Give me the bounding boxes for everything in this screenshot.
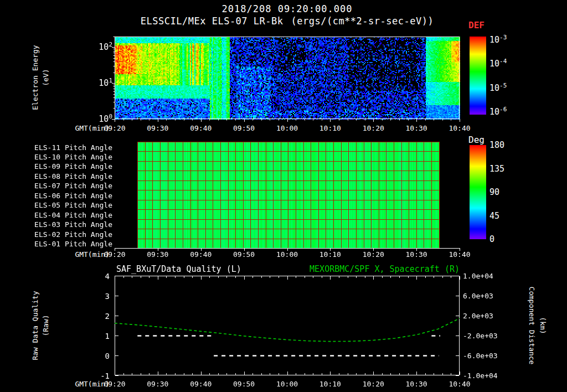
x-tick-3-09:30: 09:30	[140, 379, 176, 389]
left-series-title: SAF_BXuT/Data Quality (L)	[116, 264, 241, 274]
x-tick-3-10:20: 10:20	[355, 379, 391, 389]
quality-tick-1: 1	[93, 331, 110, 341]
row-label-els-1: ELS-01 Pitch Angle	[31, 239, 112, 249]
deg-tick-90: 90	[489, 187, 514, 197]
x-tick-1-09:40: 09:40	[183, 123, 219, 133]
x-tick-2-10:30: 10:30	[399, 250, 434, 260]
power-exponent: 0	[109, 113, 112, 120]
power-base: 10	[489, 59, 499, 69]
spectrogram-ylabel-units: (eV)	[42, 69, 50, 86]
lineplot-left-ylabel-units: (Raw)	[42, 314, 50, 336]
x-tick-2-09:50: 09:50	[226, 250, 262, 260]
x-tick-2-10:00: 10:00	[270, 250, 305, 260]
energy-tick-0: 100	[87, 114, 112, 125]
power-exponent: -5	[499, 82, 507, 89]
distance-tick-4: -6.0e+03	[463, 351, 504, 361]
quality-tick-3: 3	[93, 291, 110, 301]
distance-tick-3: -2.0e+03	[463, 331, 504, 341]
x-tick-1-10:20: 10:20	[355, 123, 391, 133]
power-exponent: 2	[109, 41, 112, 48]
power-exponent: -6	[499, 106, 507, 113]
line-plot-canvas	[110, 271, 464, 380]
plot-page: 2018/208 09:20:00.000 ELSSCIL/MEx ELS-07…	[0, 0, 567, 392]
row-label-els-5: ELS-05 Pitch Angle	[31, 200, 112, 210]
row-label-els-4: ELS-04 Pitch Angle	[31, 210, 112, 220]
x-tick-1-09:30: 09:30	[140, 123, 176, 133]
deg-tick-135: 135	[489, 164, 514, 174]
x-tick-1-09:50: 09:50	[226, 123, 262, 133]
plot-title-instrument: ELSSCIL/MEx ELS-07 LR-Bk	[141, 16, 284, 27]
row-label-els-9: ELS-09 Pitch Angle	[31, 162, 112, 172]
x-tick-1-10:00: 10:00	[270, 123, 305, 133]
quality-tick--1: -1	[93, 371, 110, 381]
x-tick-2-09:20: 09:20	[97, 250, 132, 260]
row-label-els-8: ELS-08 Pitch Angle	[31, 172, 112, 182]
x-tick-2-10:20: 10:20	[355, 250, 391, 260]
distance-tick-0: 1.0e+04	[463, 271, 504, 281]
def-tick--3: 10-3	[489, 35, 520, 46]
deg-tick-0: 0	[489, 234, 514, 244]
x-tick-3-10:10: 10:10	[312, 379, 348, 389]
x-tick-1-10:30: 10:30	[399, 123, 434, 133]
x-tick-3-09:40: 09:40	[183, 379, 219, 389]
x-tick-2-10:10: 10:10	[312, 250, 348, 260]
power-base: 10	[99, 42, 109, 52]
distance-tick-5: -1.0e+04	[463, 371, 504, 381]
row-label-els-2: ELS-02 Pitch Angle	[31, 230, 112, 240]
deg-tick-45: 45	[489, 211, 514, 221]
energy-tick-1: 101	[87, 78, 112, 89]
page-title-datetime: 2018/208 09:20:00.000	[115, 3, 460, 14]
power-exponent: -4	[499, 58, 507, 65]
power-exponent: -3	[499, 34, 507, 41]
x-tick-3-10:00: 10:00	[270, 379, 305, 389]
right-series-title: MEXORBMC/SPF X, Spacecraft (R)	[260, 264, 460, 274]
x-tick-2-09:40: 09:40	[183, 250, 219, 260]
row-label-els-6: ELS-06 Pitch Angle	[31, 191, 112, 201]
energy-spectrogram-canvas	[110, 32, 464, 123]
power-base: 10	[99, 114, 109, 124]
distance-tick-2: 2.0e+03	[463, 311, 504, 321]
deg-tick-180: 180	[489, 140, 514, 150]
quality-tick-0: 0	[93, 351, 110, 361]
def-colorbar	[470, 37, 486, 115]
power-base: 10	[489, 35, 499, 45]
def-colorbar-label: DEF	[468, 20, 484, 30]
quality-tick-4: 4	[93, 271, 110, 281]
def-tick--6: 10-6	[489, 107, 520, 118]
power-base: 10	[99, 78, 109, 88]
row-label-els-3: ELS-03 Pitch Angle	[31, 220, 112, 230]
plot-title: ELSSCIL/MEx ELS-07 LR-Bk(ergs/(cm**2-sr-…	[59, 16, 515, 27]
x-tick-2-10:40: 10:40	[442, 250, 477, 260]
x-tick-1-10:40: 10:40	[442, 123, 477, 133]
lineplot-right-ylabel-units: (km)	[539, 317, 547, 334]
quality-tick-2: 2	[93, 311, 110, 321]
distance-tick-1: 6.0e+03	[463, 291, 504, 301]
power-exponent: 1	[109, 77, 112, 84]
deg-colorbar	[470, 145, 486, 239]
power-base: 10	[489, 83, 499, 93]
deg-colorbar-label: Deg	[468, 135, 484, 145]
x-tick-1-10:10: 10:10	[312, 123, 348, 133]
x-tick-2-09:30: 09:30	[140, 250, 176, 260]
pitch-angle-canvas	[110, 137, 464, 252]
plot-title-units: (ergs/(cm**2-sr-sec-eV))	[291, 16, 434, 27]
spectrogram-ylabel: Electron Energy	[31, 45, 39, 110]
row-label-els-11: ELS-11 Pitch Angle	[31, 143, 112, 153]
lineplot-left-ylabel: Raw Data Quality	[31, 291, 39, 360]
energy-tick-2: 102	[87, 42, 112, 53]
power-base: 10	[489, 107, 499, 117]
x-tick-3-09:50: 09:50	[226, 379, 262, 389]
lineplot-right-ylabel: Component Distance	[528, 287, 536, 365]
def-tick--5: 10-5	[489, 83, 520, 94]
def-tick--4: 10-4	[489, 59, 520, 70]
x-tick-3-10:30: 10:30	[399, 379, 434, 389]
row-label-els-7: ELS-07 Pitch Angle	[31, 181, 112, 191]
row-label-els-10: ELS-10 Pitch Angle	[31, 152, 112, 162]
